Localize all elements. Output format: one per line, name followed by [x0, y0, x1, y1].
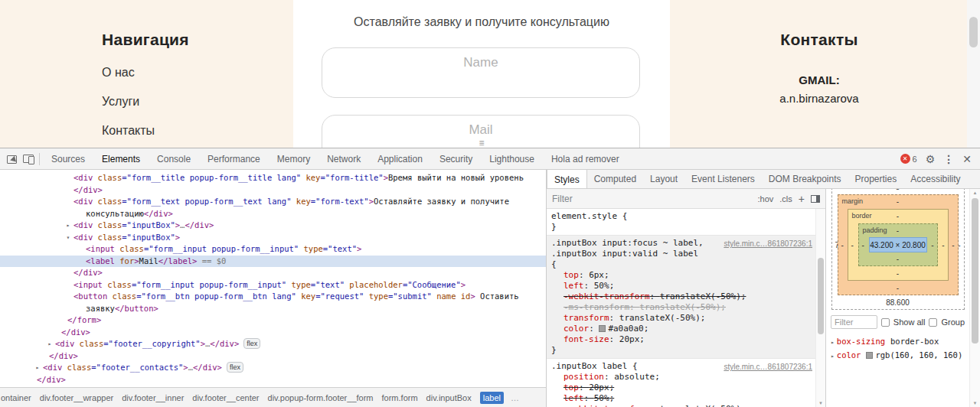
style-rule[interactable]: element.style {}: [547, 209, 815, 236]
style-rule[interactable]: .inputBox input:focus ~ label,style.min.…: [547, 236, 815, 359]
css-property[interactable]: top: 6px;: [547, 270, 815, 281]
computed-property[interactable]: ▸colorrgb(160, 160, 160): [829, 349, 966, 363]
expand-arrow-icon[interactable]: ▸: [34, 362, 41, 374]
css-property[interactable]: left: 50%;: [547, 393, 815, 404]
tree-node[interactable]: <input class="form__input popup-form__in…: [0, 243, 546, 256]
margin-top-value[interactable]: -: [897, 197, 899, 206]
expand-arrow-icon[interactable]: ▸: [46, 338, 54, 350]
sidebar-tab-accessibility[interactable]: Accessibility: [903, 170, 967, 188]
sidebar-tab-layout[interactable]: Layout: [643, 170, 684, 188]
tree-node[interactable]: </div>: [0, 327, 546, 339]
color-swatch[interactable]: [866, 352, 873, 359]
pseudo-state-toggle[interactable]: :hov: [758, 194, 774, 204]
padding-right-value[interactable]: -: [931, 241, 933, 249]
tree-node[interactable]: ▾<div class="inputBox">: [0, 232, 546, 244]
computed-filter-input[interactable]: Filter: [831, 315, 877, 329]
tree-node[interactable]: <div class="form__text popup-form__text …: [0, 196, 546, 208]
more-options-icon[interactable]: ⋮: [943, 154, 954, 164]
css-property[interactable]: font-size: 20px;: [547, 334, 815, 345]
position-bottom-value[interactable]: 88.600: [886, 298, 910, 307]
devtools-tab-console[interactable]: Console: [149, 148, 199, 169]
tree-node[interactable]: ▸<div class="footer__copyright">…</div>f…: [0, 338, 546, 350]
devtools-tab-network[interactable]: Network: [318, 148, 369, 169]
scrollbar-thumb[interactable]: [818, 258, 824, 334]
nav-link-0[interactable]: О нас: [102, 66, 189, 80]
devtools-tab-application[interactable]: Application: [369, 148, 431, 169]
breadcrumb-item[interactable]: div.footer__center: [192, 393, 259, 402]
tree-node[interactable]: <input class="form__input popup-form__in…: [0, 279, 546, 291]
sidebar-panel-toggle-icon[interactable]: [811, 195, 820, 203]
styles-scrollbar[interactable]: ▼: [815, 209, 825, 407]
tree-node[interactable]: </div>: [0, 374, 546, 386]
class-toggle[interactable]: .cls: [779, 194, 792, 204]
stylesheet-link[interactable]: style.min.c…861807236:1: [724, 239, 812, 249]
padding-top-value[interactable]: -: [897, 226, 899, 235]
tree-node[interactable]: </div>: [0, 184, 546, 197]
tree-node[interactable]: </div>: [0, 350, 546, 363]
tree-node[interactable]: <div class="form__title popup-form__titl…: [0, 172, 546, 184]
page-scrollbar[interactable]: [967, 0, 980, 148]
box-model-content[interactable]: 43.200 × 20.800: [869, 237, 927, 252]
border-bottom-value[interactable]: -: [897, 269, 899, 278]
breadcrumb-item[interactable]: ontainer: [1, 393, 31, 402]
sidebar-tab-computed[interactable]: Computed: [587, 170, 643, 188]
sidebar-tab-properties[interactable]: Properties: [848, 170, 904, 188]
border-top-value[interactable]: -: [897, 212, 899, 220]
breadcrumb-item[interactable]: label: [480, 392, 504, 404]
css-property[interactable]: -webkit-transform: translateX(-50%);: [547, 291, 815, 302]
tree-node[interactable]: <button class="form__btn popup-form__btn…: [0, 291, 546, 303]
margin-bottom-value[interactable]: -: [897, 284, 899, 292]
show-all-checkbox[interactable]: [881, 318, 890, 327]
nav-link-1[interactable]: Услуги: [102, 95, 189, 109]
style-rule[interactable]: .inputBox label {style.min.c…861807236:1…: [547, 359, 815, 407]
tree-node[interactable]: ▸<div class="inputBox">…</div>: [0, 220, 546, 232]
console-error-badge[interactable]: ✕ 6: [900, 154, 917, 164]
scroll-down-icon[interactable]: ▼: [970, 401, 980, 405]
expand-arrow-icon[interactable]: ▸: [64, 220, 72, 232]
settings-gear-icon[interactable]: ⚙: [926, 154, 936, 164]
flex-badge[interactable]: flex: [243, 338, 260, 349]
box-model-border[interactable]: border - - - - padding - - -: [848, 209, 949, 281]
devtools-tab-elements[interactable]: Elements: [93, 148, 149, 169]
devtools-tab-sources[interactable]: Sources: [43, 148, 93, 169]
close-devtools-icon[interactable]: ✕: [962, 154, 972, 164]
css-property[interactable]: color: #a0a0a0;: [547, 324, 815, 334]
breadcrumb-item[interactable]: div.popup-form.footer__form: [268, 393, 374, 402]
device-toolbar-icon[interactable]: [23, 154, 34, 164]
position-right-value[interactable]: -: [958, 241, 960, 249]
sidebar-tab-event-listeners[interactable]: Event Listeners: [684, 170, 762, 188]
inspect-element-icon[interactable]: [7, 154, 18, 164]
color-swatch[interactable]: [599, 325, 606, 332]
css-property[interactable]: top: 20px;: [547, 383, 815, 393]
devtools-tab-performance[interactable]: Performance: [199, 148, 269, 169]
new-style-rule-button[interactable]: +: [799, 193, 805, 205]
css-property[interactable]: left: 50%;: [547, 281, 815, 291]
nav-link-2[interactable]: Контакты: [102, 124, 189, 138]
styles-filter-input[interactable]: Filter: [552, 194, 752, 204]
css-property[interactable]: -ms-transform: translateX(-50%);: [547, 302, 815, 313]
css-property[interactable]: transform: translateX(-50%);: [547, 313, 815, 324]
box-model-margin[interactable]: margin - - - - border - - - -: [838, 194, 959, 295]
tree-node[interactable]: консультацию</div>: [0, 208, 546, 220]
computed-property[interactable]: ▸box-sizingborder-box: [829, 335, 966, 349]
breadcrumb-item[interactable]: div.footer__inner: [122, 393, 184, 402]
sidebar-tab-dom-breakpoints[interactable]: DOM Breakpoints: [762, 170, 848, 188]
devtools-tab-hola-ad-remover[interactable]: Hola ad remover: [543, 148, 628, 169]
border-left-value[interactable]: -: [851, 241, 854, 249]
css-property[interactable]: -webkit-transform: translateX(-50%);: [547, 404, 815, 407]
box-model-padding[interactable]: padding - - - - 43.200 × 20.800: [858, 223, 938, 266]
computed-scrollbar[interactable]: ▲ ▼: [969, 189, 980, 407]
scrollbar-thumb[interactable]: [972, 198, 978, 344]
scroll-down-icon[interactable]: ▼: [816, 401, 825, 405]
devtools-tab-security[interactable]: Security: [431, 148, 481, 169]
tree-node[interactable]: </form>: [0, 314, 546, 327]
position-top-value[interactable]: 5: [896, 189, 900, 191]
breadcrumb-item[interactable]: div.inputBox: [426, 393, 472, 402]
scrollbar-thumb[interactable]: [969, 17, 978, 47]
splitter-handle-icon[interactable]: ≡: [293, 139, 670, 147]
group-checkbox[interactable]: [929, 318, 937, 327]
breadcrumb-item[interactable]: form.form: [382, 393, 418, 402]
tree-node[interactable]: заявку</button>: [0, 303, 546, 315]
border-right-value[interactable]: -: [942, 241, 944, 249]
scroll-up-icon[interactable]: ▲: [970, 190, 980, 195]
